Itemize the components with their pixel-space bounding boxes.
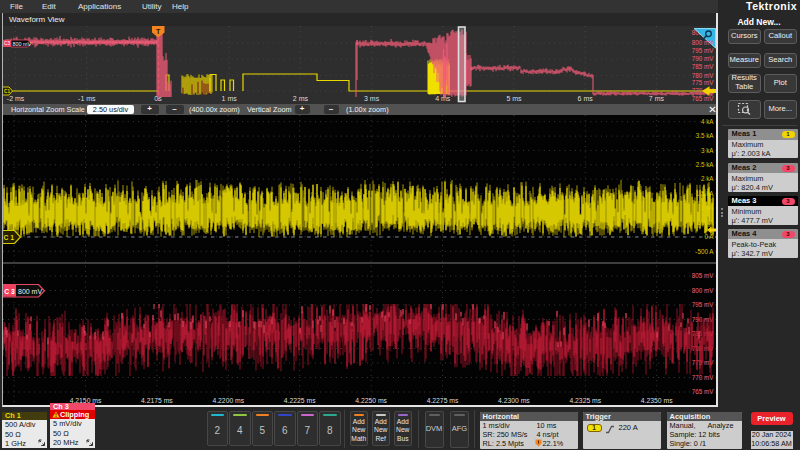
svg-text:4.2175 ms: 4.2175 ms — [141, 397, 173, 404]
svg-text:4.2200 ms: 4.2200 ms — [212, 397, 244, 404]
svg-text:805 mV: 805 mV — [692, 272, 715, 279]
svg-text:4 ms: 4 ms — [435, 95, 451, 102]
svg-text:4.2225 ms: 4.2225 ms — [284, 397, 316, 404]
svg-text:800 mV: 800 mV — [13, 41, 32, 47]
svg-text:800 mV: 800 mV — [692, 287, 715, 294]
svg-text:800 mV: 800 mV — [692, 39, 715, 46]
svg-text:C1: C1 — [4, 89, 10, 94]
svg-text:3 ms: 3 ms — [364, 95, 380, 102]
svg-text:4.2250 ms: 4.2250 ms — [355, 397, 387, 404]
svg-text:795 mV: 795 mV — [692, 301, 715, 308]
svg-text:3 kA: 3 kA — [701, 147, 714, 154]
svg-text:795 mV: 795 mV — [692, 47, 715, 54]
svg-text:4.2350 ms: 4.2350 ms — [641, 397, 673, 404]
svg-text:C3: C3 — [4, 41, 10, 46]
svg-text:4.2275 ms: 4.2275 ms — [427, 397, 459, 404]
svg-text:6 ms: 6 ms — [578, 95, 594, 102]
svg-text:0s: 0s — [154, 95, 162, 102]
svg-text:2 ms: 2 ms — [293, 95, 309, 102]
svg-text:1 ms: 1 ms — [222, 95, 238, 102]
svg-text:T: T — [156, 28, 161, 35]
svg-text:775 mV: 775 mV — [692, 79, 715, 86]
svg-text:4.2300 ms: 4.2300 ms — [498, 397, 530, 404]
svg-text:5 ms: 5 ms — [506, 95, 522, 102]
svg-text:800 mV: 800 mV — [18, 288, 42, 295]
svg-text:785 mV: 785 mV — [692, 63, 715, 70]
svg-text:765 mV: 765 mV — [692, 388, 715, 395]
svg-text:-1 ms: -1 ms — [78, 95, 96, 102]
svg-text:2 kA: 2 kA — [701, 175, 714, 182]
svg-text:3.5 kA: 3.5 kA — [696, 132, 715, 139]
svg-text:765 mV: 765 mV — [692, 95, 715, 102]
svg-text:4.2325 ms: 4.2325 ms — [569, 397, 601, 404]
svg-text:790 mV: 790 mV — [692, 55, 715, 62]
svg-text:C 3: C 3 — [4, 288, 15, 295]
svg-text:C 1: C 1 — [3, 234, 14, 241]
svg-text:2.5 kA: 2.5 kA — [696, 161, 715, 168]
svg-text:-2 ms: -2 ms — [7, 95, 25, 102]
svg-text:4 kA: 4 kA — [701, 118, 714, 125]
svg-text:7 ms: 7 ms — [649, 95, 665, 102]
svg-text:-500 A: -500 A — [695, 248, 714, 255]
svg-text:780 mV: 780 mV — [692, 72, 715, 79]
